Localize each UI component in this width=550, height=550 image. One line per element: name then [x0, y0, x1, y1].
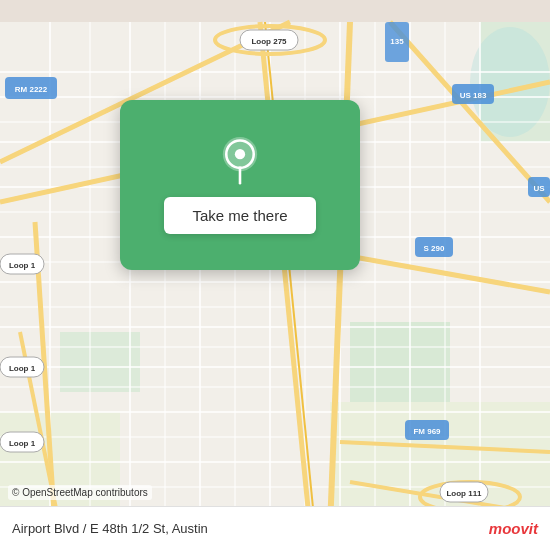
- svg-text:S 290: S 290: [424, 244, 445, 253]
- svg-rect-5: [350, 322, 450, 402]
- map-container: RM 2222 RM 2222 Loop 275 US 183 S 290 US…: [0, 0, 550, 550]
- moovit-brand-text: moovit: [489, 520, 538, 537]
- svg-rect-6: [60, 332, 140, 392]
- map-svg: RM 2222 RM 2222 Loop 275 US 183 S 290 US…: [0, 0, 550, 550]
- bottom-bar: Airport Blvd / E 48th 1/2 St, Austin moo…: [0, 506, 550, 550]
- osm-copyright: © OpenStreetMap contributors: [8, 485, 152, 500]
- moovit-logo: moovit: [489, 520, 538, 537]
- svg-text:Loop 111: Loop 111: [446, 489, 482, 498]
- take-me-there-button[interactable]: Take me there: [164, 197, 315, 234]
- svg-text:Loop 1: Loop 1: [9, 261, 36, 270]
- svg-text:US 183: US 183: [460, 91, 487, 100]
- svg-text:US: US: [533, 184, 545, 193]
- svg-text:Loop 1: Loop 1: [9, 364, 36, 373]
- svg-text:Loop 275: Loop 275: [251, 37, 287, 46]
- address-label: Airport Blvd / E 48th 1/2 St, Austin: [12, 521, 208, 536]
- svg-text:Loop 1: Loop 1: [9, 439, 36, 448]
- location-card: Take me there: [120, 100, 360, 270]
- pin-icon: [216, 137, 264, 185]
- svg-text:RM 2222: RM 2222: [15, 85, 48, 94]
- svg-point-2: [470, 27, 550, 137]
- svg-point-78: [235, 149, 245, 159]
- copyright-text: © OpenStreetMap contributors: [12, 487, 148, 498]
- svg-text:FM 969: FM 969: [413, 427, 441, 436]
- svg-text:135: 135: [390, 37, 404, 46]
